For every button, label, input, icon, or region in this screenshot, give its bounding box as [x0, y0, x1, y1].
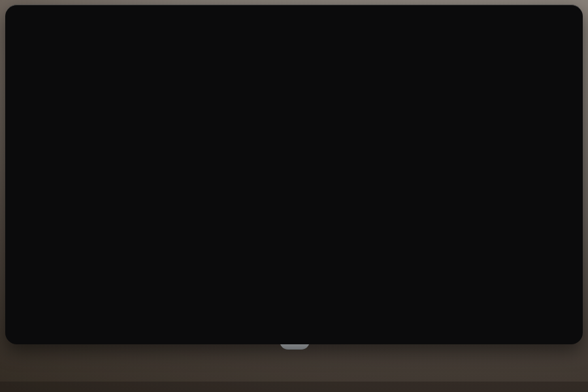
photo-background: RESOURCE ADVISOR+ Industry Dynamics Spon… — [0, 0, 588, 392]
monitor-bezel — [5, 5, 583, 344]
